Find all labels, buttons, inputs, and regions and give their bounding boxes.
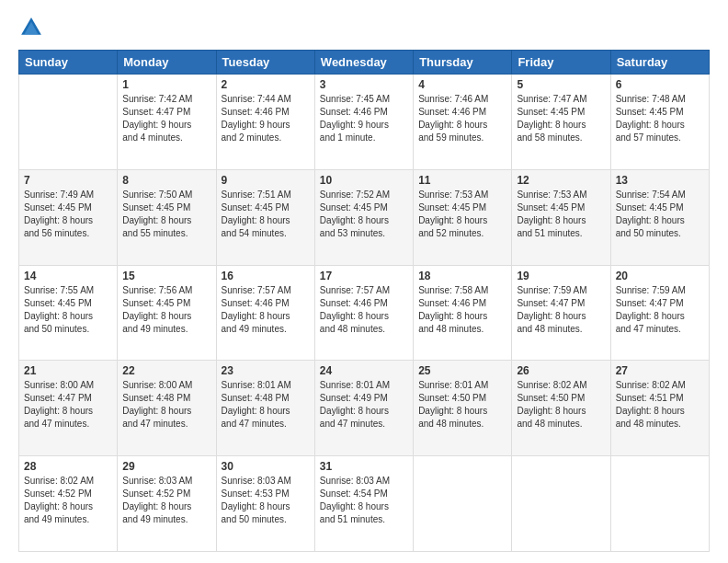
day-info: Sunrise: 8:01 AM Sunset: 4:49 PM Dayligh… xyxy=(320,379,408,431)
day-info: Sunrise: 8:02 AM Sunset: 4:52 PM Dayligh… xyxy=(24,475,112,526)
calendar-header-tuesday: Tuesday xyxy=(216,51,314,75)
calendar-cell: 11Sunrise: 7:53 AM Sunset: 4:45 PM Dayli… xyxy=(414,169,512,265)
day-info: Sunrise: 8:02 AM Sunset: 4:50 PM Dayligh… xyxy=(517,379,605,431)
day-number: 24 xyxy=(320,364,408,377)
day-number: 17 xyxy=(320,270,408,282)
day-number: 22 xyxy=(122,364,210,377)
day-info: Sunrise: 7:42 AM Sunset: 4:47 PM Dayligh… xyxy=(122,93,210,144)
day-number: 30 xyxy=(222,460,310,473)
calendar-week-1: 1Sunrise: 7:42 AM Sunset: 4:47 PM Daylig… xyxy=(19,75,710,170)
day-info: Sunrise: 7:57 AM Sunset: 4:46 PM Dayligh… xyxy=(222,284,310,336)
day-number: 20 xyxy=(616,270,704,282)
day-info: Sunrise: 8:03 AM Sunset: 4:52 PM Dayligh… xyxy=(122,475,210,526)
calendar-header-friday: Friday xyxy=(512,51,610,75)
calendar-week-2: 7Sunrise: 7:49 AM Sunset: 4:45 PM Daylig… xyxy=(19,169,710,265)
calendar-header-thursday: Thursday xyxy=(414,51,512,75)
calendar-week-5: 28Sunrise: 8:02 AM Sunset: 4:52 PM Dayli… xyxy=(19,456,710,552)
day-info: Sunrise: 8:00 AM Sunset: 4:48 PM Dayligh… xyxy=(122,379,210,431)
day-number: 25 xyxy=(418,364,506,377)
calendar-cell: 22Sunrise: 8:00 AM Sunset: 4:48 PM Dayli… xyxy=(118,361,216,456)
day-info: Sunrise: 7:47 AM Sunset: 4:45 PM Dayligh… xyxy=(517,93,605,144)
day-number: 29 xyxy=(122,460,210,473)
day-number: 21 xyxy=(24,364,112,377)
calendar-cell: 16Sunrise: 7:57 AM Sunset: 4:46 PM Dayli… xyxy=(216,265,314,361)
calendar-header-saturday: Saturday xyxy=(610,51,709,75)
day-info: Sunrise: 8:00 AM Sunset: 4:47 PM Dayligh… xyxy=(24,379,112,431)
calendar-cell xyxy=(19,75,118,170)
calendar-header-row: SundayMondayTuesdayWednesdayThursdayFrid… xyxy=(19,51,710,75)
calendar-week-4: 21Sunrise: 8:00 AM Sunset: 4:47 PM Dayli… xyxy=(19,361,710,456)
calendar-header-sunday: Sunday xyxy=(19,51,118,75)
day-info: Sunrise: 7:54 AM Sunset: 4:45 PM Dayligh… xyxy=(616,189,704,240)
day-number: 1 xyxy=(122,78,210,91)
calendar-cell: 9Sunrise: 7:51 AM Sunset: 4:45 PM Daylig… xyxy=(216,169,314,265)
day-number: 12 xyxy=(517,174,605,187)
calendar-cell: 19Sunrise: 7:59 AM Sunset: 4:47 PM Dayli… xyxy=(512,265,610,361)
calendar-cell: 4Sunrise: 7:46 AM Sunset: 4:46 PM Daylig… xyxy=(414,75,512,170)
page: SundayMondayTuesdayWednesdayThursdayFrid… xyxy=(0,0,728,563)
calendar-cell: 3Sunrise: 7:45 AM Sunset: 4:46 PM Daylig… xyxy=(314,75,413,170)
day-info: Sunrise: 7:52 AM Sunset: 4:45 PM Dayligh… xyxy=(320,189,408,240)
calendar-cell: 2Sunrise: 7:44 AM Sunset: 4:46 PM Daylig… xyxy=(216,75,314,170)
day-info: Sunrise: 7:59 AM Sunset: 4:47 PM Dayligh… xyxy=(616,284,704,336)
calendar-cell: 20Sunrise: 7:59 AM Sunset: 4:47 PM Dayli… xyxy=(610,265,709,361)
day-info: Sunrise: 7:59 AM Sunset: 4:47 PM Dayligh… xyxy=(517,284,605,336)
day-number: 4 xyxy=(418,78,506,91)
day-number: 6 xyxy=(616,78,704,91)
logo xyxy=(18,15,48,40)
day-info: Sunrise: 7:44 AM Sunset: 4:46 PM Dayligh… xyxy=(222,93,310,144)
calendar-cell: 8Sunrise: 7:50 AM Sunset: 4:45 PM Daylig… xyxy=(118,169,216,265)
calendar-cell: 25Sunrise: 8:01 AM Sunset: 4:50 PM Dayli… xyxy=(414,361,512,456)
calendar-cell: 18Sunrise: 7:58 AM Sunset: 4:46 PM Dayli… xyxy=(414,265,512,361)
day-number: 3 xyxy=(320,78,408,91)
day-number: 10 xyxy=(320,174,408,187)
calendar-cell: 12Sunrise: 7:53 AM Sunset: 4:45 PM Dayli… xyxy=(512,169,610,265)
calendar-cell xyxy=(610,456,709,552)
day-info: Sunrise: 8:01 AM Sunset: 4:50 PM Dayligh… xyxy=(418,379,506,431)
day-info: Sunrise: 7:56 AM Sunset: 4:45 PM Dayligh… xyxy=(122,284,210,336)
calendar-cell: 30Sunrise: 8:03 AM Sunset: 4:53 PM Dayli… xyxy=(216,456,314,552)
day-info: Sunrise: 8:01 AM Sunset: 4:48 PM Dayligh… xyxy=(222,379,310,431)
day-number: 31 xyxy=(320,460,408,473)
calendar-cell: 17Sunrise: 7:57 AM Sunset: 4:46 PM Dayli… xyxy=(314,265,413,361)
day-info: Sunrise: 7:58 AM Sunset: 4:46 PM Dayligh… xyxy=(418,284,506,336)
calendar-cell: 5Sunrise: 7:47 AM Sunset: 4:45 PM Daylig… xyxy=(512,75,610,170)
calendar-header-wednesday: Wednesday xyxy=(314,51,413,75)
day-info: Sunrise: 7:48 AM Sunset: 4:45 PM Dayligh… xyxy=(616,93,704,144)
day-info: Sunrise: 7:55 AM Sunset: 4:45 PM Dayligh… xyxy=(24,284,112,336)
calendar-table: SundayMondayTuesdayWednesdayThursdayFrid… xyxy=(18,50,710,552)
day-number: 28 xyxy=(24,460,112,473)
day-info: Sunrise: 7:45 AM Sunset: 4:46 PM Dayligh… xyxy=(320,93,408,144)
calendar-cell: 27Sunrise: 8:02 AM Sunset: 4:51 PM Dayli… xyxy=(610,361,709,456)
calendar-cell: 14Sunrise: 7:55 AM Sunset: 4:45 PM Dayli… xyxy=(19,265,118,361)
header xyxy=(18,15,710,40)
calendar-header-monday: Monday xyxy=(118,51,216,75)
day-number: 16 xyxy=(222,270,310,282)
calendar-cell: 13Sunrise: 7:54 AM Sunset: 4:45 PM Dayli… xyxy=(610,169,709,265)
day-info: Sunrise: 7:53 AM Sunset: 4:45 PM Dayligh… xyxy=(517,189,605,240)
day-number: 15 xyxy=(122,270,210,282)
day-info: Sunrise: 8:03 AM Sunset: 4:53 PM Dayligh… xyxy=(222,475,310,526)
day-number: 5 xyxy=(517,78,605,91)
calendar-cell: 1Sunrise: 7:42 AM Sunset: 4:47 PM Daylig… xyxy=(118,75,216,170)
day-number: 7 xyxy=(24,174,112,187)
day-number: 2 xyxy=(222,78,310,91)
day-number: 14 xyxy=(24,270,112,282)
calendar-cell xyxy=(414,456,512,552)
day-info: Sunrise: 7:51 AM Sunset: 4:45 PM Dayligh… xyxy=(222,189,310,240)
day-number: 23 xyxy=(222,364,310,377)
calendar-cell: 29Sunrise: 8:03 AM Sunset: 4:52 PM Dayli… xyxy=(118,456,216,552)
day-info: Sunrise: 7:49 AM Sunset: 4:45 PM Dayligh… xyxy=(24,189,112,240)
day-number: 27 xyxy=(616,364,704,377)
day-info: Sunrise: 7:53 AM Sunset: 4:45 PM Dayligh… xyxy=(418,189,506,240)
day-info: Sunrise: 7:57 AM Sunset: 4:46 PM Dayligh… xyxy=(320,284,408,336)
calendar-cell: 21Sunrise: 8:00 AM Sunset: 4:47 PM Dayli… xyxy=(19,361,118,456)
day-number: 26 xyxy=(517,364,605,377)
calendar-cell: 7Sunrise: 7:49 AM Sunset: 4:45 PM Daylig… xyxy=(19,169,118,265)
day-number: 19 xyxy=(517,270,605,282)
day-info: Sunrise: 8:03 AM Sunset: 4:54 PM Dayligh… xyxy=(320,475,408,526)
calendar-cell xyxy=(512,456,610,552)
day-number: 11 xyxy=(418,174,506,187)
day-number: 9 xyxy=(222,174,310,187)
day-number: 18 xyxy=(418,270,506,282)
